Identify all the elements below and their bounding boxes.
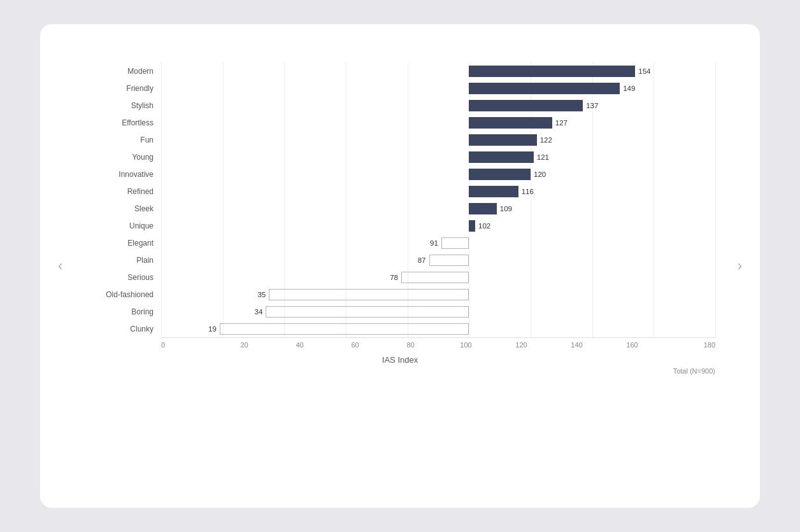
- y-label-clunky: Clunky: [130, 320, 154, 337]
- y-label-elegant: Elegant: [127, 234, 154, 251]
- bar-outlined: [441, 237, 469, 249]
- y-label-refined: Refined: [127, 183, 154, 200]
- bar-row-stylish: 137: [161, 97, 715, 114]
- next-button[interactable]: ›: [731, 251, 748, 281]
- x-axis-label-120: 120: [494, 341, 549, 349]
- bar-value-label-left: 91: [430, 239, 438, 247]
- bar-row-modern: 154: [161, 62, 715, 80]
- x-axis-label-180: 180: [660, 341, 715, 349]
- x-axis-label-40: 40: [272, 341, 327, 349]
- bar-row-unique: 102: [161, 217, 715, 234]
- y-label-effortless: Effortless: [122, 114, 154, 131]
- bar-value-label: 154: [638, 67, 650, 75]
- y-label-fun: Fun: [140, 131, 154, 148]
- x-axis-label-20: 20: [217, 341, 272, 349]
- y-label-stylish: Stylish: [131, 97, 154, 114]
- bar-row-innovative: 120: [161, 165, 715, 183]
- y-label-boring: Boring: [131, 303, 154, 320]
- bar-value-label: 149: [623, 85, 635, 92]
- bar-row-refined: 116: [161, 183, 715, 200]
- bar-outlined: [269, 289, 469, 300]
- bar-outlined: [429, 255, 469, 266]
- bar-row-effortless: 127: [161, 114, 715, 131]
- bar-value-label-left: 34: [255, 308, 263, 316]
- x-axis-label-140: 140: [549, 341, 604, 349]
- bar-value-label: 127: [555, 119, 568, 127]
- bar-row-boring: 34: [161, 303, 715, 320]
- bar-filled: [469, 100, 583, 111]
- x-axis-area: 020406080100120140160180: [161, 337, 715, 349]
- bar-value-label-left: 19: [208, 325, 217, 333]
- bar-value-label: 109: [500, 205, 512, 213]
- x-axis-label-80: 80: [383, 341, 438, 349]
- bar-value-label: 116: [522, 188, 534, 195]
- prev-button[interactable]: ‹: [52, 251, 69, 281]
- bar-row-sleek: 109: [161, 200, 715, 217]
- bar-row-elegant: 91: [161, 234, 715, 251]
- bar-value-label: 121: [537, 153, 549, 161]
- bar-filled: [469, 66, 635, 77]
- bar-value-label-left: 87: [418, 256, 426, 264]
- bar-filled: [469, 151, 534, 163]
- bar-filled: [469, 83, 620, 94]
- y-label-young: Young: [132, 148, 154, 165]
- x-axis-title: IAS Index: [85, 355, 715, 365]
- x-axis-labels: 020406080100120140160180: [161, 338, 715, 349]
- bar-row-young: 121: [161, 148, 715, 165]
- x-axis-label-0: 0: [161, 341, 217, 349]
- y-label-old-fashioned: Old-fashioned: [106, 286, 154, 303]
- bar-outlined: [401, 272, 469, 283]
- chart-area: ModernFriendlyStylishEffortlessFunYoungI…: [85, 62, 715, 337]
- x-axis-label-100: 100: [438, 341, 494, 349]
- y-label-sleek: Sleek: [134, 200, 154, 217]
- bar-value-label-left: 35: [257, 291, 266, 298]
- bar-outlined: [266, 306, 469, 318]
- bars-and-grid: 1541491371271221211201161091029187783534…: [161, 62, 715, 337]
- bar-value-label: 137: [586, 102, 598, 109]
- bar-value-label: 120: [534, 171, 546, 178]
- bar-row-plain: 87: [161, 251, 715, 269]
- bar-row-serious: 78: [161, 269, 715, 286]
- bar-value-label: 122: [540, 136, 552, 144]
- y-label-plain: Plain: [136, 251, 154, 269]
- chart-container: ModernFriendlyStylishEffortlessFunYoungI…: [85, 62, 715, 375]
- y-label-friendly: Friendly: [126, 80, 154, 97]
- bar-filled: [469, 117, 552, 129]
- bar-value-label: 102: [478, 222, 490, 230]
- bar-filled: [469, 203, 497, 214]
- y-label-innovative: Innovative: [118, 165, 154, 183]
- y-label-serious: Serious: [127, 269, 154, 286]
- bar-row-fun: 122: [161, 131, 715, 148]
- grid-line-180: [715, 62, 716, 337]
- bar-filled: [469, 186, 518, 197]
- bar-value-label-left: 78: [390, 274, 398, 281]
- chart-card: ‹ › ModernFriendlyStylishEffortlessFunYo…: [40, 24, 760, 508]
- y-labels: ModernFriendlyStylishEffortlessFunYoungI…: [85, 62, 161, 337]
- bar-row-friendly: 149: [161, 80, 715, 97]
- bar-row-clunky: 19: [161, 320, 715, 337]
- bar-outlined: [220, 323, 469, 335]
- total-note: Total (N=900): [673, 367, 715, 375]
- x-axis-label-160: 160: [604, 341, 660, 349]
- x-axis-label-60: 60: [327, 341, 383, 349]
- y-label-unique: Unique: [129, 217, 154, 234]
- bars-column: 1541491371271221211201161091029187783534…: [161, 62, 715, 337]
- bar-filled: [469, 220, 475, 232]
- bar-filled: [469, 134, 536, 146]
- bar-row-old-fashioned: 35: [161, 286, 715, 303]
- bar-filled: [469, 169, 531, 180]
- y-label-modern: Modern: [127, 62, 154, 80]
